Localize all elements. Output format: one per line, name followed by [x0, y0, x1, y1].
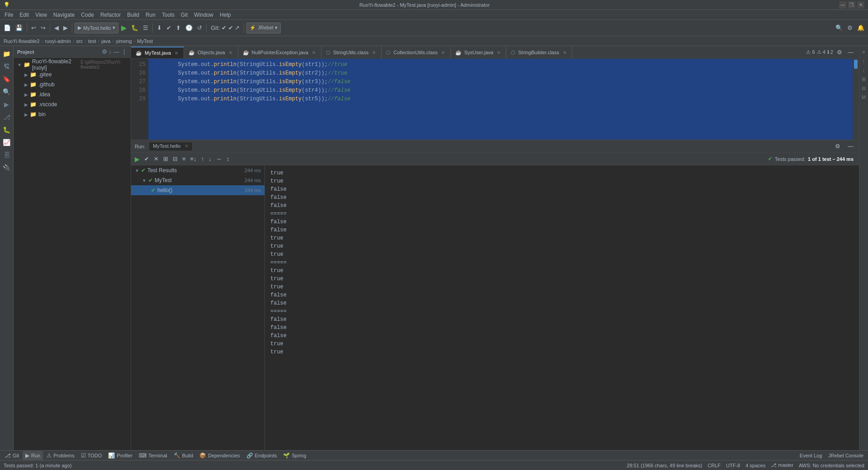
- close-button[interactable]: ✕: [857, 1, 864, 9]
- bottom-endpoints-btn[interactable]: 🔗 Endpoints: [244, 451, 280, 460]
- run-panel-minimize[interactable]: —: [846, 141, 855, 151]
- code-content[interactable]: System.out.println(StringUtils.isEmpty(s…: [148, 59, 853, 140]
- tab-sysuser-close[interactable]: ✕: [496, 50, 501, 56]
- jrebel-console-btn[interactable]: JRebel Console: [826, 451, 866, 460]
- run-config-close[interactable]: ✕: [184, 143, 189, 149]
- debug-button[interactable]: 🐛: [129, 22, 140, 34]
- git-update-button[interactable]: ⬇: [155, 22, 164, 34]
- nav-src[interactable]: src: [76, 38, 83, 44]
- tab-mytest-close[interactable]: ✕: [174, 50, 179, 56]
- status-indent[interactable]: 4 spaces: [745, 463, 765, 468]
- tab-collectionutils-class[interactable]: ⬡ CollectionUtils.class ✕: [382, 47, 451, 58]
- project-settings-icon[interactable]: ⚙: [102, 48, 107, 55]
- tree-gitee[interactable]: ▶ 📁 .gitee: [14, 70, 131, 80]
- settings-button[interactable]: ⚙: [845, 22, 854, 34]
- bottom-run-btn[interactable]: ▶ Run: [23, 451, 43, 460]
- bottom-spring-btn[interactable]: 🌱 Spring: [280, 451, 309, 460]
- sidebar-bookmarks-icon[interactable]: 🔖: [1, 73, 13, 85]
- nav-project[interactable]: RuoYi-flowable2: [4, 38, 40, 44]
- nav-yimeng[interactable]: yimeng: [116, 38, 132, 44]
- bottom-git-btn[interactable]: ⎇ Git: [2, 451, 22, 460]
- forward-button[interactable]: ▶: [61, 22, 70, 34]
- coverage-button[interactable]: ☰: [141, 22, 150, 34]
- right-sidebar-btn-3[interactable]: ↓: [860, 66, 868, 74]
- tab-objects-close[interactable]: ✕: [228, 50, 233, 56]
- search-everywhere-button[interactable]: 🔍: [834, 22, 844, 34]
- menu-refactor[interactable]: Refactor: [98, 11, 123, 19]
- run-scroll-up[interactable]: ≡: [180, 154, 188, 164]
- run-panel-settings[interactable]: ⚙: [833, 141, 842, 151]
- minimize-button[interactable]: —: [839, 1, 846, 9]
- sidebar-structure-icon[interactable]: 🏗: [1, 61, 13, 72]
- console-output[interactable]: true true false false false ===== false …: [265, 165, 859, 450]
- tab-stringutils-close[interactable]: ✕: [371, 50, 377, 56]
- sidebar-project-icon[interactable]: 📁: [1, 48, 13, 60]
- restore-button[interactable]: ❐: [848, 1, 855, 9]
- menu-tools[interactable]: Tools: [159, 11, 177, 19]
- run-filter-fail[interactable]: ✕: [152, 154, 160, 164]
- project-scroll-icon[interactable]: ↕: [109, 48, 112, 55]
- tab-minimize-button[interactable]: —: [846, 46, 855, 58]
- undo-button[interactable]: ↩: [29, 22, 38, 34]
- tab-objects-java[interactable]: ☕ Objects.java ✕: [184, 47, 238, 58]
- redo-button[interactable]: ↪: [39, 22, 47, 34]
- status-line-sep[interactable]: CRLF: [708, 463, 721, 468]
- run-rerun-button[interactable]: ▶: [133, 154, 142, 164]
- maven-btn[interactable]: M: [860, 93, 868, 101]
- right-sidebar-btn-1[interactable]: ≡: [860, 48, 868, 56]
- run-config-tab[interactable]: MyTest.hello ✕: [149, 142, 193, 150]
- status-position[interactable]: 28:51 (1966 chars, 49 line breaks): [627, 463, 702, 468]
- test-result-mytest[interactable]: ▼ ✔ MyTest 244 ms: [131, 175, 264, 185]
- git-history-button[interactable]: 🕐: [184, 22, 194, 34]
- right-sidebar-btn-5[interactable]: ⊟: [860, 84, 868, 92]
- run-up-button[interactable]: ↑: [199, 154, 206, 164]
- right-sidebar-btn-4[interactable]: ⊞: [860, 75, 868, 83]
- menu-edit[interactable]: Edit: [17, 11, 32, 19]
- sidebar-git-icon[interactable]: ⎇: [1, 111, 13, 123]
- test-result-root[interactable]: ▼ ✔ Test Results 244 ms: [131, 165, 264, 175]
- git-commit-button[interactable]: ✔: [165, 22, 173, 34]
- tab-sysuser-java[interactable]: ☕ SysUser.java ✕: [451, 47, 506, 58]
- sidebar-find-icon[interactable]: 🔍: [1, 86, 13, 98]
- updates-button[interactable]: 🔔: [855, 22, 866, 34]
- nav-mytest[interactable]: MyTest: [137, 38, 153, 44]
- run-button[interactable]: ▶: [119, 22, 128, 34]
- bottom-profiler-btn[interactable]: 📊 Profiler: [105, 451, 135, 460]
- sidebar-run-icon[interactable]: ▶: [1, 99, 13, 110]
- event-log-btn[interactable]: Event Log: [797, 451, 825, 460]
- editor-scrollbar[interactable]: [853, 59, 859, 140]
- run-filter-pass[interactable]: ✔: [142, 154, 151, 164]
- run-collapse-button[interactable]: ↕: [225, 154, 231, 164]
- new-file-button[interactable]: 📄: [2, 22, 13, 34]
- run-scroll-down[interactable]: ≡↓: [189, 154, 198, 164]
- run-sort-alpha[interactable]: ⊞: [161, 154, 170, 164]
- project-collapse-icon[interactable]: —: [113, 48, 119, 55]
- menu-file[interactable]: File: [2, 11, 16, 19]
- tab-settings-button[interactable]: ⚙: [835, 46, 844, 58]
- menu-git[interactable]: Git: [178, 11, 190, 19]
- menu-window[interactable]: Window: [191, 11, 216, 19]
- tab-collectionutils-close[interactable]: ✕: [440, 50, 446, 56]
- sidebar-debug-icon[interactable]: 🐛: [1, 124, 13, 136]
- status-aws[interactable]: AWS: No credentials selected: [799, 463, 864, 468]
- menu-navigate[interactable]: Navigate: [51, 11, 77, 19]
- jrebel-dropdown[interactable]: ⚡ JRebel ▾: [246, 23, 280, 33]
- right-sidebar-btn-2[interactable]: ↑: [860, 57, 868, 65]
- run-down-button[interactable]: ↓: [207, 154, 213, 164]
- nav-java[interactable]: java: [101, 38, 110, 44]
- tab-npe-java[interactable]: ☕ NullPointerException.java ✕: [238, 47, 321, 58]
- nav-module[interactable]: ruoyi-admin: [45, 38, 71, 44]
- tab-stringbuilder-close[interactable]: ✕: [562, 50, 567, 56]
- tab-mytest-java[interactable]: ☕ MyTest.java ✕: [131, 47, 184, 58]
- menu-run[interactable]: Run: [143, 11, 158, 19]
- menu-help[interactable]: Help: [217, 11, 234, 19]
- tree-vscode[interactable]: ▶ 📁 .vscode: [14, 99, 131, 109]
- back-button[interactable]: ◀: [52, 22, 61, 34]
- tree-idea[interactable]: ▶ 📁 .idea: [14, 89, 131, 99]
- test-result-hello[interactable]: ✔ hello() 244 ms: [131, 185, 264, 195]
- bottom-build-btn[interactable]: 🔨 Build: [171, 451, 196, 460]
- bottom-todo-btn[interactable]: ☑ TODO: [78, 451, 105, 460]
- sidebar-database-icon[interactable]: 🗄: [1, 149, 13, 161]
- config-dropdown[interactable]: ▶ MyTest.hello ▾: [75, 23, 118, 33]
- vcs-label[interactable]: Git: ✔ ✔ ↗: [209, 22, 241, 34]
